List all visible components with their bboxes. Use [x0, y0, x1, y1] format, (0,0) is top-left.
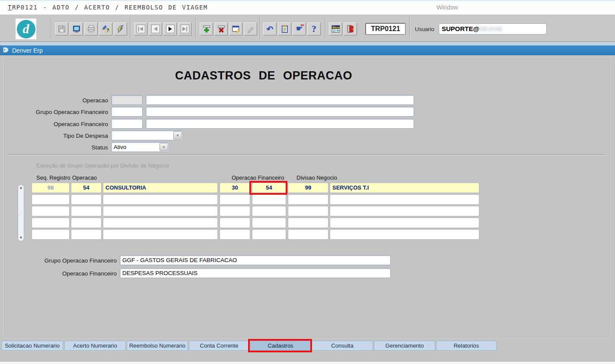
grid-cell-empty[interactable] — [288, 194, 328, 205]
clipboard-button[interactable] — [278, 22, 291, 35]
grid-cell-empty[interactable] — [32, 194, 70, 205]
previous-record-button[interactable] — [149, 22, 162, 35]
tab-gerenciamento[interactable]: Gerenciamento — [374, 341, 435, 351]
operacao-code-input[interactable] — [111, 95, 143, 105]
chevron-down-icon[interactable]: ▼ — [159, 143, 168, 151]
first-record-button[interactable] — [134, 22, 147, 35]
tab-relatorios[interactable]: Relatorios — [436, 341, 497, 351]
grid-cell-empty[interactable] — [71, 194, 102, 205]
undo-button[interactable]: ↶ — [263, 22, 277, 35]
svg-text:Menu: Menu — [332, 26, 340, 29]
tab-acerto-numerario[interactable]: Acerto Numerario — [64, 341, 126, 351]
next-record-button[interactable] — [163, 22, 177, 35]
tab-consulta[interactable]: Consulta — [312, 341, 373, 351]
tab-solicitacao-numerario[interactable]: Solicitacao Numerario — [1, 341, 63, 351]
undo-icon: ↶ — [267, 25, 274, 33]
help-brush-button[interactable]: ? — [99, 22, 112, 35]
grid-cell-empty[interactable] — [71, 229, 102, 240]
menu-bar: TRP0121 - ADTO / ACERTO / REEMBOLSO DE V… — [0, 0, 615, 14]
record-lock-button[interactable]: ☛ ✂ — [293, 22, 306, 35]
edit-record-icon — [232, 25, 240, 33]
status-value: Ativo — [114, 144, 126, 150]
operacao-financeiro-label: Operacao Financeiro — [0, 121, 108, 127]
application-window: TRP0121 - ADTO / ACERTO / REEMBOLSO DE V… — [0, 0, 615, 364]
grid-cell-empty[interactable] — [252, 194, 286, 205]
scrollbar-grip[interactable]: ⋰⋰ — [19, 211, 23, 215]
grid-cell-operacao-desc[interactable]: CONSULTORIA — [103, 183, 218, 193]
insert-record-button[interactable] — [200, 22, 213, 35]
help-brush-icon: ? — [102, 25, 110, 33]
delete-record-button[interactable] — [214, 22, 228, 35]
usuario-value-redacted: DEAHB — [479, 25, 502, 32]
edit-record-button[interactable] — [229, 22, 242, 35]
grid-cell-empty[interactable] — [32, 206, 70, 216]
tab-cadastros[interactable]: Cadastros — [250, 341, 311, 351]
grid-cell-empty[interactable] — [330, 194, 479, 205]
grid-cell-empty[interactable] — [32, 218, 70, 228]
grid-cell-empty[interactable] — [252, 229, 286, 240]
footer-grupo-operacao-financeiro-input[interactable]: GGF - GASTOS GERAIS DE FABRICACAO — [120, 255, 391, 265]
operacao-financeiro-code-input[interactable] — [111, 119, 143, 129]
menu-button[interactable]: Menu — [329, 22, 342, 35]
chevron-down-icon[interactable]: ▼ — [173, 131, 182, 139]
toolbar: d ? — [0, 14, 615, 42]
window-menu-item[interactable]: Window — [437, 4, 458, 11]
grid-cell-empty[interactable] — [220, 194, 250, 205]
grid-cell-empty[interactable] — [71, 218, 102, 228]
grid-cell-empty[interactable] — [220, 229, 250, 240]
scissors-icon: ✂ — [301, 23, 304, 28]
next-record-icon — [166, 25, 175, 33]
grid-cell-empty[interactable] — [288, 206, 328, 216]
grid-cell-empty[interactable] — [330, 206, 479, 216]
grid-cell-empty[interactable] — [288, 229, 328, 240]
save-button[interactable] — [55, 22, 68, 35]
grid-cell-empty[interactable] — [330, 229, 479, 240]
grid-cell-operacao-cod[interactable]: 54 — [71, 183, 102, 193]
help-button[interactable]: ? — [307, 22, 321, 35]
tab-conta-corrente[interactable]: Conta Corrente — [189, 341, 249, 351]
screen-button[interactable] — [70, 22, 83, 35]
tab-reembolso-numerario[interactable]: Reembolso Numerario — [127, 341, 188, 351]
grid-cell-grupo-fin[interactable]: 30 — [220, 183, 250, 193]
grupo-operacao-financeiro-code-input[interactable] — [111, 107, 143, 117]
grid-cell-empty[interactable] — [103, 229, 218, 240]
grid-cell-seq[interactable]: 98 — [32, 183, 70, 193]
scroll-down-icon[interactable]: ▼ — [19, 236, 23, 240]
clear-record-button[interactable] — [244, 22, 257, 35]
grid-cell-empty[interactable] — [220, 218, 250, 228]
grid-vertical-scrollbar[interactable]: ▲ ⋰⋰ ▼ — [18, 184, 24, 241]
operacao-desc-input[interactable] — [146, 95, 414, 105]
execute-button[interactable] — [114, 22, 127, 35]
grid-cell-empty[interactable] — [71, 206, 102, 216]
svg-text:?: ? — [106, 28, 109, 33]
last-record-button[interactable] — [178, 22, 191, 35]
grid-cell-empty[interactable] — [32, 229, 70, 240]
footer-grupo-operacao-financeiro-label: Grupo Operacao Financeiro — [0, 257, 117, 264]
hand-icon: ☛ ✂ — [296, 25, 303, 33]
grid-cell-operacao-fin[interactable]: 54 — [252, 183, 286, 193]
grupo-operacao-financeiro-desc-input[interactable] — [146, 107, 414, 117]
grid-cell-empty[interactable] — [330, 218, 479, 228]
exit-button[interactable] — [344, 22, 357, 35]
tipo-de-despesa-select[interactable]: ▼ — [111, 130, 183, 140]
grid-cell-empty[interactable] — [220, 206, 250, 216]
status-select[interactable]: Ativo ▼ — [111, 142, 169, 152]
grid-cell-divisao-desc[interactable]: SERVIÇOS T.I — [330, 183, 479, 193]
grid-cell-empty[interactable] — [103, 218, 218, 228]
grid-cell-empty[interactable] — [103, 194, 218, 205]
bottom-strip — [0, 362, 615, 364]
grid-cell-empty[interactable] — [252, 206, 286, 216]
toolbar-separator — [325, 17, 326, 39]
grid-cell-empty[interactable] — [288, 218, 328, 228]
delete-record-icon — [217, 25, 225, 33]
operacao-label: Operacao — [0, 97, 108, 104]
window-title-text: TRP0121 - ADTO / ACERTO / REEMBOLSO DE V… — [8, 4, 208, 11]
print-button[interactable] — [84, 22, 98, 35]
grid-cell-empty[interactable] — [103, 206, 218, 216]
scroll-up-icon[interactable]: ▲ — [19, 186, 23, 190]
usuario-input[interactable]: SUPORTE@DEAHB — [439, 23, 547, 35]
operacao-financeiro-desc-input[interactable] — [146, 119, 414, 129]
grid-cell-empty[interactable] — [252, 218, 286, 228]
grid-cell-divisao-cod[interactable]: 99 — [288, 183, 328, 193]
footer-operacao-financeiro-input[interactable]: DESPESAS PROCESSUAIS — [120, 268, 391, 278]
